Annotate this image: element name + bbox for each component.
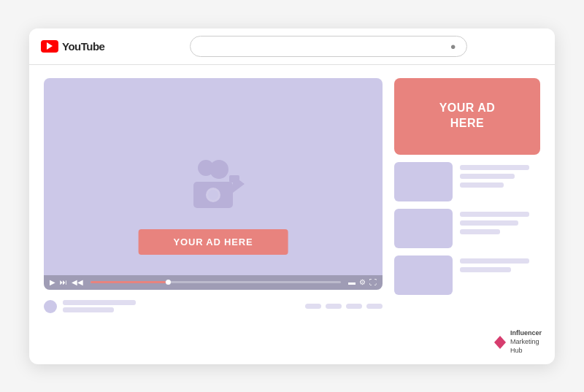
progress-fill (91, 281, 166, 283)
controls-right: ▬ ⚙ ⛶ (348, 278, 377, 286)
dot-2 (326, 304, 342, 309)
sidebar-ad-banner: YOUR AD HERE (394, 78, 540, 155)
sidebar-thumb-2 (394, 209, 453, 248)
camera-grip (233, 175, 245, 193)
youtube-icon (41, 40, 58, 53)
volume-button[interactable]: ◀◀ (72, 278, 83, 286)
fullscreen-button[interactable]: ⛶ (369, 278, 377, 286)
imh-diamond-icon (493, 335, 507, 350)
video-player: YOUR AD HERE ▶ ⏭ ◀◀ ▬ ⚙ ⛶ (44, 78, 383, 290)
sidebar-item-1 (394, 162, 540, 201)
people-silhouette (198, 160, 228, 179)
skip-button[interactable]: ⏭ (60, 278, 67, 286)
camera-illustration (193, 160, 233, 208)
main-content: YOUR AD HERE ▶ ⏭ ◀◀ ▬ ⚙ ⛶ (29, 65, 555, 328)
influencer-marketing-hub-logo: Influencer Marketing Hub (493, 329, 542, 355)
video-info-lines (63, 300, 136, 312)
sidebar-line-1a (460, 165, 529, 170)
sidebar-line-3b (460, 267, 511, 272)
search-bar[interactable]: ● (190, 36, 467, 57)
video-title-line (63, 300, 136, 305)
youtube-mockup: YouTube ● (29, 28, 555, 364)
left-column: YOUR AD HERE ▶ ⏭ ◀◀ ▬ ⚙ ⛶ (44, 78, 383, 313)
sidebar-meta-1 (460, 162, 529, 188)
video-subtitle-line (63, 307, 114, 312)
pagination-dots (305, 304, 383, 309)
imh-text: Influencer Marketing Hub (510, 329, 542, 355)
dot-3 (346, 304, 362, 309)
video-controls-bar: ▶ ⏭ ◀◀ ▬ ⚙ ⛶ (44, 275, 383, 290)
sidebar-line-1b (460, 174, 515, 179)
subtitles-button[interactable]: ▬ (348, 278, 356, 286)
sidebar-line-2c (460, 229, 500, 234)
sidebar-thumb-1 (394, 162, 453, 201)
youtube-wordmark: YouTube (62, 40, 104, 53)
sidebar-line-2b (460, 220, 518, 226)
sidebar-line-1c (460, 182, 504, 188)
sidebar-meta-2 (460, 209, 529, 234)
progress-dot (166, 280, 171, 285)
search-icon: ● (450, 41, 456, 52)
youtube-logo: YouTube (41, 40, 104, 53)
video-ad-button[interactable]: YOUR AD HERE (139, 229, 288, 255)
channel-avatar (44, 300, 57, 313)
sidebar-line-2a (460, 212, 529, 217)
sidebar-meta-3 (460, 255, 529, 272)
svg-marker-0 (494, 336, 506, 349)
sidebar-item-3 (394, 255, 540, 295)
browser-toolbar: YouTube ● (29, 28, 555, 65)
sidebar-ad-text: YOUR AD HERE (439, 101, 496, 131)
settings-button[interactable]: ⚙ (359, 278, 366, 286)
dot-4 (366, 304, 383, 309)
play-button[interactable]: ▶ (50, 278, 55, 286)
camera-lens (206, 188, 220, 202)
person-icon-right (210, 160, 228, 179)
sidebar-item-2 (394, 209, 540, 248)
video-meta (44, 300, 383, 313)
right-column: YOUR AD HERE (394, 78, 540, 313)
progress-bar[interactable] (91, 281, 341, 283)
sidebar-line-3a (460, 258, 529, 264)
camera-body-wrap (193, 182, 233, 208)
browser-window: YouTube ● (29, 28, 555, 364)
dot-1 (305, 304, 321, 309)
sidebar-thumb-3 (394, 255, 453, 295)
camera-body (193, 182, 233, 208)
